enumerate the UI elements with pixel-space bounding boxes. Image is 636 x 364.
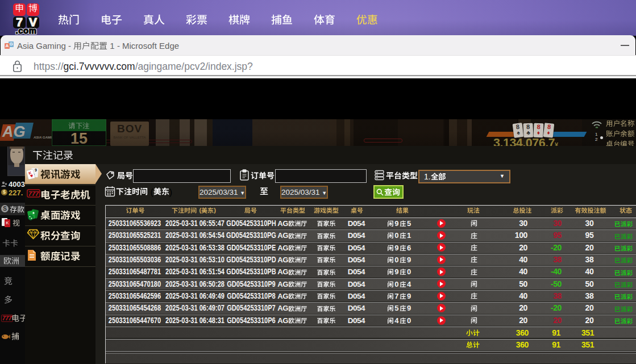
svg-text:777: 777	[28, 190, 39, 197]
svg-text:9: 9	[35, 168, 37, 172]
